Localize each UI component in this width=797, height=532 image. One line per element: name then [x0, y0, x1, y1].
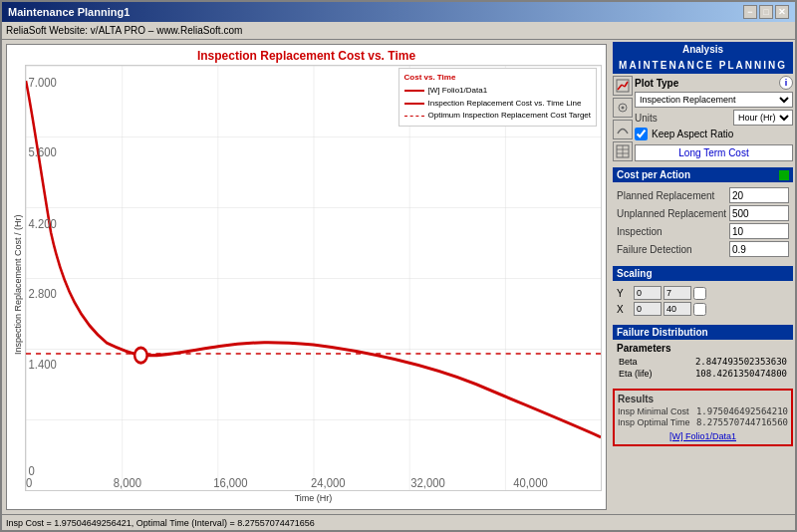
- scaling-header-label: Scaling: [617, 268, 653, 279]
- plot-type-section: Plot Type i Inspection Replacement: [635, 76, 793, 108]
- results-header: Results: [618, 394, 788, 404]
- y-min-input[interactable]: [634, 286, 662, 300]
- table-icon: [616, 144, 630, 158]
- cost-per-action-section: Cost per Action Planned Replacement Unpl…: [613, 167, 793, 262]
- icon-btn-3[interactable]: [613, 120, 633, 139]
- beta-value: 2.847493502353630: [665, 356, 789, 368]
- insp-min-cost-label: Insp Minimal Cost: [618, 406, 689, 416]
- legend-label-2: Inspection Replacement Cost vs. Time Lin…: [428, 98, 582, 111]
- legend-item-1: [W] Folio1/Data1: [404, 85, 591, 98]
- eta-value: 108.4261350474800: [665, 368, 789, 380]
- y-tick-1400: 1.400: [29, 357, 57, 372]
- y-tick-2800: 2.800: [29, 286, 57, 301]
- inspection-row: Inspection: [617, 223, 789, 239]
- legend-label-1: [W] Folio1/Data1: [428, 85, 488, 98]
- units-select[interactable]: Hour (Hr): [733, 110, 793, 126]
- optimal-point: [134, 348, 147, 363]
- y-tick-4200: 4.200: [29, 216, 57, 231]
- plot-type-label-row: Plot Type i: [635, 76, 793, 90]
- planned-replacement-input[interactable]: [729, 187, 789, 203]
- y-tick-5600: 5.600: [29, 144, 57, 159]
- cost-header-label: Cost per Action: [617, 169, 690, 180]
- inspection-input[interactable]: [729, 223, 789, 239]
- x-tick-40000: 40,000: [513, 475, 548, 490]
- y-scaling-row: Y: [617, 286, 789, 300]
- close-button[interactable]: ✕: [775, 5, 789, 19]
- plot-type-select[interactable]: Inspection Replacement: [635, 92, 793, 108]
- analysis-header: Analysis: [613, 42, 793, 57]
- y-scaling-label: Y: [617, 288, 632, 299]
- failure-dist-label: Failure Distribution: [617, 327, 708, 338]
- x-min-input[interactable]: [634, 302, 662, 316]
- y-tick-7: 7.000: [29, 75, 57, 90]
- legend-line-2: [404, 103, 424, 105]
- insp-min-cost-row: Insp Minimal Cost 1.975046492564210: [618, 406, 788, 416]
- params-table: Beta 2.847493502353630 Eta (life) 108.42…: [617, 356, 789, 380]
- scaling-body: Y X: [613, 281, 793, 321]
- cost-section-body: Planned Replacement Unplanned Replacemen…: [613, 182, 793, 262]
- long-term-cost-button[interactable]: Long Term Cost: [635, 144, 793, 161]
- legend-line-1: [404, 90, 424, 92]
- failure-detection-row: Failure Detection: [617, 241, 789, 257]
- beta-label: Beta: [617, 356, 665, 368]
- icon-btn-2[interactable]: [613, 98, 633, 118]
- icon-btn-4[interactable]: [613, 141, 633, 161]
- x-scaling-row: X: [617, 302, 789, 316]
- x-max-input[interactable]: [664, 302, 691, 316]
- chart-inner: Cost vs. Time [W] Folio1/Data1 Inspectio…: [25, 65, 602, 505]
- icon-btn-1[interactable]: [613, 76, 633, 96]
- results-link[interactable]: [W] Folio1/Data1: [669, 431, 736, 441]
- units-label: Units: [635, 113, 733, 124]
- legend-title: Cost vs. Time: [404, 72, 591, 85]
- scaling-header: Scaling: [613, 266, 793, 281]
- menu-item-website: ReliaSoft Website: v/ALTA PRO – www.Reli…: [6, 25, 242, 36]
- chart-title: Inspection Replacement Cost vs. Time: [11, 49, 602, 63]
- insp-optimal-time-value: 8.275570744716560: [696, 417, 788, 427]
- legend-item-3: Optimum Inspection Replacement Cost Targ…: [404, 110, 591, 123]
- failure-dist-header: Failure Distribution: [613, 325, 793, 340]
- results-link-row: [W] Folio1/Data1: [618, 429, 788, 441]
- chart-area: Inspection Replacement Cost vs. Time Ins…: [6, 44, 607, 510]
- info-icon[interactable]: i: [779, 76, 793, 90]
- panel-main: Plot Type i Inspection Replacement Units…: [635, 76, 793, 163]
- keep-aspect-row: Keep Aspect Ratio: [635, 128, 793, 140]
- x-tick-0: 0: [26, 475, 32, 490]
- x-axis-label: Time (Hr): [25, 491, 602, 505]
- minimize-button[interactable]: −: [743, 5, 757, 19]
- menu-bar: ReliaSoft Website: v/ALTA PRO – www.Reli…: [2, 22, 795, 40]
- green-indicator: [779, 170, 789, 180]
- legend-item-2: Inspection Replacement Cost vs. Time Lin…: [404, 98, 591, 111]
- svg-rect-0: [26, 66, 601, 490]
- y-max-input[interactable]: [664, 286, 691, 300]
- failure-dist-body: Parameters Beta 2.847493502353630 Eta (l…: [613, 340, 793, 383]
- planned-replacement-row: Planned Replacement: [617, 187, 789, 203]
- chart-svg-element: 7.000 5.600 4.200 2.800 1.400 0 0 8,000 …: [26, 66, 601, 490]
- x-tick-8000: 8,000: [114, 475, 141, 490]
- right-panel: Analysis MAINTENANCE PLANNING: [611, 40, 795, 514]
- unplanned-replacement-input[interactable]: [729, 205, 789, 221]
- chart-svg[interactable]: Cost vs. Time [W] Folio1/Data1 Inspectio…: [25, 65, 602, 491]
- side-icons-col: [613, 76, 633, 163]
- chart-legend: Cost vs. Time [W] Folio1/Data1 Inspectio…: [398, 68, 597, 127]
- inspection-label: Inspection: [617, 226, 729, 237]
- status-text: Insp Cost = 1.97504649256421, Optimal Ti…: [6, 518, 315, 528]
- y-auto-checkbox[interactable]: [693, 287, 706, 300]
- y-axis-label: Inspection Replacement Cost / (Hr): [11, 65, 25, 505]
- window-title: Maintenance Planning1: [8, 6, 130, 18]
- x-auto-checkbox[interactable]: [693, 303, 706, 316]
- planned-replacement-label: Planned Replacement: [617, 190, 729, 201]
- beta-row: Beta 2.847493502353630: [617, 356, 789, 368]
- svg-line-3: [618, 85, 622, 90]
- eta-row: Eta (life) 108.4261350474800: [617, 368, 789, 380]
- x-tick-16000: 16,000: [213, 475, 248, 490]
- scaling-section: Scaling Y X: [613, 266, 793, 321]
- svg-line-5: [625, 82, 628, 87]
- maximize-button[interactable]: □: [759, 5, 773, 19]
- failure-detection-input[interactable]: [729, 241, 789, 257]
- keep-aspect-checkbox[interactable]: [635, 128, 648, 140]
- cost-section-header: Cost per Action: [613, 167, 793, 182]
- keep-aspect-label: Keep Aspect Ratio: [652, 129, 733, 139]
- title-bar-buttons: − □ ✕: [743, 5, 789, 19]
- results-section: Results Insp Minimal Cost 1.975046492564…: [613, 387, 793, 448]
- x-tick-24000: 24,000: [311, 475, 346, 490]
